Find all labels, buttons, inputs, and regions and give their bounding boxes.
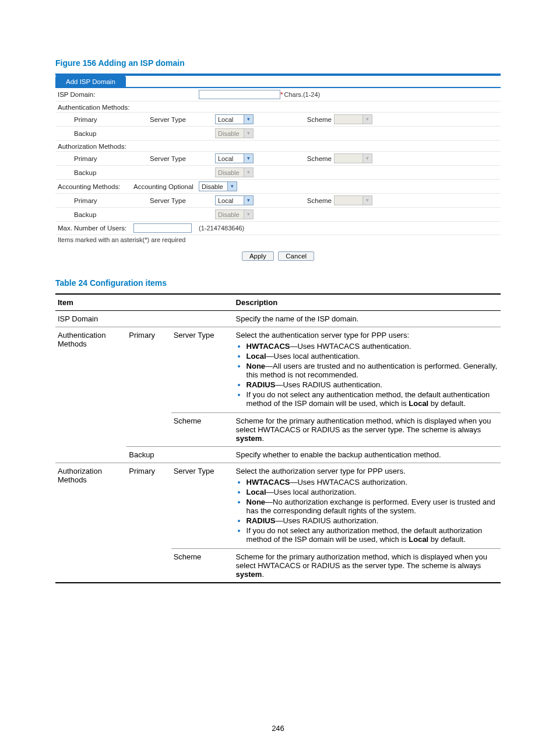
page-number: 246 xyxy=(0,724,556,733)
authz-primary-server-type-select[interactable]: Local ▾ xyxy=(215,153,254,163)
col-description: Description xyxy=(234,294,501,311)
row-auth-scheme: Scheme xyxy=(171,413,234,447)
authz-backup-label: Backup xyxy=(58,169,150,176)
chevron-down-icon: ▾ xyxy=(247,117,250,122)
row-isp-domain-item: ISP Domain xyxy=(55,311,234,327)
table-caption: Table 24 Configuration items xyxy=(55,278,501,288)
row-authz-item: Authorization Methods xyxy=(55,463,126,583)
chevron-down-icon: ▾ xyxy=(247,131,250,136)
row-authz-scheme: Scheme xyxy=(171,549,234,583)
chevron-down-icon: ▾ xyxy=(231,184,234,189)
authz-primary-label: Primary xyxy=(58,155,150,162)
authz-primary-scheme-label: Scheme xyxy=(297,155,334,162)
required-asterisk: * xyxy=(280,91,283,98)
row-auth-backup-desc: Specify whether to enable the backup aut… xyxy=(234,447,501,463)
col-item: Item xyxy=(55,294,234,311)
authz-methods-heading: Authorization Methods: xyxy=(55,141,501,152)
row-auth-backup: Backup xyxy=(126,447,233,463)
acct-primary-scheme-select[interactable]: ▾ xyxy=(334,195,372,205)
max-users-input[interactable] xyxy=(133,223,192,233)
row-auth-scheme-desc: Scheme for the primary authentication me… xyxy=(234,413,501,447)
row-auth-primary: Primary xyxy=(126,327,171,447)
chevron-down-icon: ▾ xyxy=(366,117,369,122)
auth-methods-heading: Authentication Methods: xyxy=(55,102,501,113)
max-users-label: Max. Number of Users: xyxy=(58,225,133,232)
acct-primary-server-type-select[interactable]: Local ▾ xyxy=(215,195,254,205)
row-authz-server-type-desc: Select the authorization server type for… xyxy=(234,463,501,549)
required-note: Items marked with an asterisk(*) are req… xyxy=(55,235,501,248)
figure-caption: Figure 156 Adding an ISP domain xyxy=(55,58,501,68)
auth-primary-server-type-label: Server Type xyxy=(150,116,215,123)
chevron-down-icon: ▾ xyxy=(366,198,369,203)
row-auth-server-type-desc: Select the authentication server type fo… xyxy=(234,327,501,413)
acct-optional-label: Accounting Optional xyxy=(133,183,199,190)
row-authz-primary: Primary xyxy=(126,463,171,583)
acct-backup-label: Backup xyxy=(58,211,150,218)
acct-primary-server-type-label: Server Type xyxy=(150,197,215,204)
isp-domain-hint: Chars.(1-24) xyxy=(284,91,320,98)
auth-primary-label: Primary xyxy=(58,116,150,123)
authz-primary-scheme-select[interactable]: ▾ xyxy=(334,153,372,163)
acct-primary-label: Primary xyxy=(58,197,150,204)
authz-primary-server-type-label: Server Type xyxy=(150,155,215,162)
chevron-down-icon: ▾ xyxy=(247,198,250,203)
isp-domain-label: ISP Domain: xyxy=(58,91,133,98)
authz-backup-select[interactable]: Disable ▾ xyxy=(215,167,254,177)
chevron-down-icon: ▾ xyxy=(247,170,250,175)
tab-add-isp-domain[interactable]: Add ISP Domain xyxy=(55,76,126,87)
isp-domain-input[interactable] xyxy=(199,90,280,99)
chevron-down-icon: ▾ xyxy=(247,156,250,161)
cancel-button[interactable]: Cancel xyxy=(278,251,314,261)
acct-methods-heading: Accounting Methods: xyxy=(58,183,133,190)
max-users-hint: (1-2147483646) xyxy=(199,225,244,232)
row-authz-scheme-desc: Scheme for the primary authorization met… xyxy=(234,549,501,583)
acct-backup-select[interactable]: Disable ▾ xyxy=(215,209,254,219)
chevron-down-icon: ▾ xyxy=(366,156,369,161)
apply-button[interactable]: Apply xyxy=(242,251,274,261)
auth-primary-scheme-select[interactable]: ▾ xyxy=(334,114,372,124)
auth-primary-scheme-label: Scheme xyxy=(297,116,334,123)
auth-backup-select[interactable]: Disable ▾ xyxy=(215,128,254,138)
chevron-down-icon: ▾ xyxy=(247,212,250,217)
row-authz-server-type: Server Type xyxy=(171,463,234,549)
row-isp-domain-desc: Specify the name of the ISP domain. xyxy=(234,311,501,327)
row-auth-item: Authentication Methods xyxy=(55,327,126,463)
config-items-table: Item Description ISP Domain Specify the … xyxy=(55,293,501,583)
add-isp-domain-panel: Add ISP Domain ISP Domain: * Chars.(1-24… xyxy=(55,74,501,248)
row-auth-server-type: Server Type xyxy=(171,327,234,413)
auth-backup-label: Backup xyxy=(58,130,150,137)
acct-primary-scheme-label: Scheme xyxy=(297,197,334,204)
acct-optional-select[interactable]: Disable ▾ xyxy=(199,181,237,191)
auth-primary-server-type-select[interactable]: Local ▾ xyxy=(215,114,254,124)
